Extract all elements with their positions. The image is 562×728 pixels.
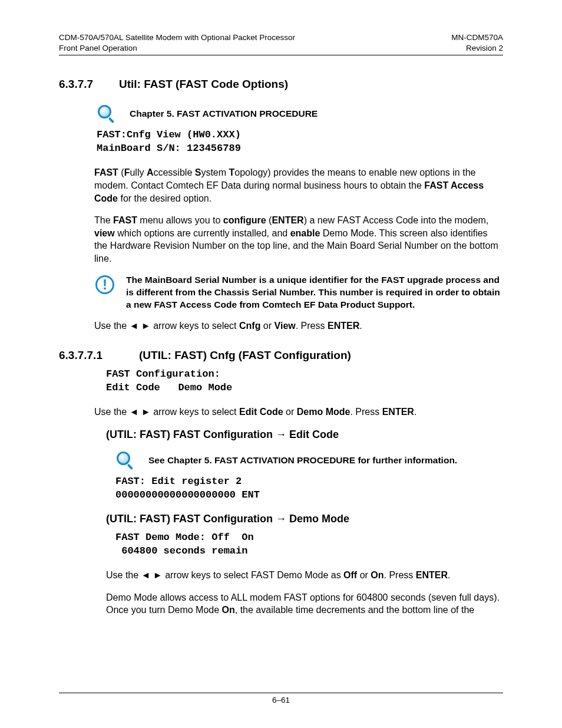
para-fast-acronym: FAST (Fully Accessible System Topology) … [94, 166, 503, 205]
bold: Demo Mode [297, 407, 351, 417]
bold: On [371, 570, 384, 580]
text: . Press [350, 407, 382, 417]
subsection-heading-cnfg: 6.3.7.7.1 (UTIL: FAST) Cnfg (FAST Config… [59, 349, 503, 362]
bold: Edit Code [239, 407, 283, 417]
page-header: CDM-570A/570AL Satellite Modem with Opti… [59, 32, 503, 55]
header-product: CDM-570A/570AL Satellite Modem with Opti… [59, 32, 295, 43]
para-use-arrows-cnfg: Use the ◄ ► arrow keys to select Cnfg or… [94, 319, 503, 332]
text: ( [266, 215, 272, 225]
text: . Press [384, 570, 416, 580]
bold: ENTER [382, 407, 414, 417]
text: , the available time decrements and the … [235, 605, 474, 615]
text: . [448, 570, 450, 580]
bold: Cnfg [239, 321, 260, 331]
alert-mainboard-text: The MainBoard Serial Number is a unique … [126, 274, 503, 311]
section-title: Util: FAST (FAST Code Options) [119, 78, 288, 91]
text: . [359, 321, 362, 331]
note-chapter5-text: Chapter 5. FAST ACTIVATION PROCEDURE [130, 108, 318, 119]
note-see-chapter5-text: See Chapter 5. FAST ACTIVATION PROCEDURE… [148, 455, 457, 466]
bold: ENTER [272, 215, 303, 225]
text: The [94, 215, 113, 225]
subsection-title: (UTIL: FAST) Cnfg (FAST Configuration) [139, 349, 351, 362]
text: ully [130, 167, 146, 177]
text: Use the ◄ ► arrow keys to select [94, 321, 239, 331]
header-left: CDM-570A/570AL Satellite Modem with Opti… [59, 32, 295, 54]
bold: FAST [113, 215, 137, 225]
note-chapter5: Chapter 5. FAST ACTIVATION PROCEDURE [97, 104, 503, 124]
text: ( [118, 167, 124, 177]
page-footer: 6–61 [59, 693, 503, 704]
bold: Off [343, 570, 357, 580]
text: which options are currently installed, a… [115, 228, 290, 238]
lcd-fast-configuration: FAST Configuration: Edit Code Demo Mode [106, 368, 503, 395]
text: Use the ◄ ► arrow keys to select FAST De… [106, 570, 343, 580]
bold-text: F [124, 167, 130, 177]
text: for the desired option. [118, 193, 211, 203]
para-demo-desc: Demo Mode allows access to ALL modem FAS… [106, 591, 503, 617]
note-see-chapter5: See Chapter 5. FAST ACTIVATION PROCEDURE… [115, 450, 503, 470]
bold-text: A [147, 167, 154, 177]
text: ) a new FAST Access Code into the modem, [304, 215, 489, 225]
bold: view [94, 228, 115, 238]
header-section: Front Panel Operation [59, 43, 295, 54]
text: Use the ◄ ► arrow keys to select [94, 407, 239, 417]
text: ccessible [153, 167, 194, 177]
bold: On [222, 605, 235, 615]
header-doc-id: MN-CDM570A [451, 32, 503, 43]
magnifier-icon [115, 450, 135, 470]
text: menu allows you to [137, 215, 223, 225]
bold-text: FAST [94, 167, 118, 177]
para-use-arrows-edit: Use the ◄ ► arrow keys to select Edit Co… [94, 406, 503, 419]
heading-demo-mode: (UTIL: FAST) FAST Configuration → Demo M… [106, 513, 503, 525]
para-fast-menu: The FAST menu allows you to configure (E… [94, 214, 503, 265]
bold: View [275, 321, 296, 331]
bold-text: S [195, 167, 201, 177]
heading-edit-code: (UTIL: FAST) FAST Configuration → Edit C… [106, 429, 503, 441]
page-number: 6–61 [272, 696, 290, 704]
lcd-fast-cnfg: FAST:Cnfg View (HW0.XXX) MainBoard S/N: … [97, 129, 503, 156]
page: CDM-570A/570AL Satellite Modem with Opti… [0, 0, 562, 728]
text: . [414, 407, 416, 417]
lcd-edit-register: FAST: Edit register 2 000000000000000000… [115, 475, 503, 502]
section-heading-fast: 6.3.7.7 Util: FAST (FAST Code Options) [59, 78, 503, 91]
text: or [260, 321, 274, 331]
bold: configure [223, 215, 266, 225]
header-revision: Revision 2 [451, 43, 503, 54]
text: . Press [296, 321, 328, 331]
text: ystem [201, 167, 229, 177]
alert-mainboard: The MainBoard Serial Number is a unique … [94, 274, 503, 311]
text: or [357, 570, 371, 580]
header-right: MN-CDM570A Revision 2 [451, 32, 503, 54]
bold: ENTER [328, 321, 359, 331]
section-number: 6.3.7.7 [59, 78, 106, 91]
lcd-demo-mode: FAST Demo Mode: Off On 604800 seconds re… [115, 531, 503, 558]
para-use-arrows-demo: Use the ◄ ► arrow keys to select FAST De… [106, 569, 503, 582]
bold: enable [290, 228, 320, 238]
bold: ENTER [416, 570, 448, 580]
bold-text: T [229, 167, 235, 177]
magnifier-icon [97, 104, 117, 124]
subsection-number: 6.3.7.7.1 [59, 349, 118, 362]
alert-icon [94, 274, 115, 295]
text: or [283, 407, 297, 417]
